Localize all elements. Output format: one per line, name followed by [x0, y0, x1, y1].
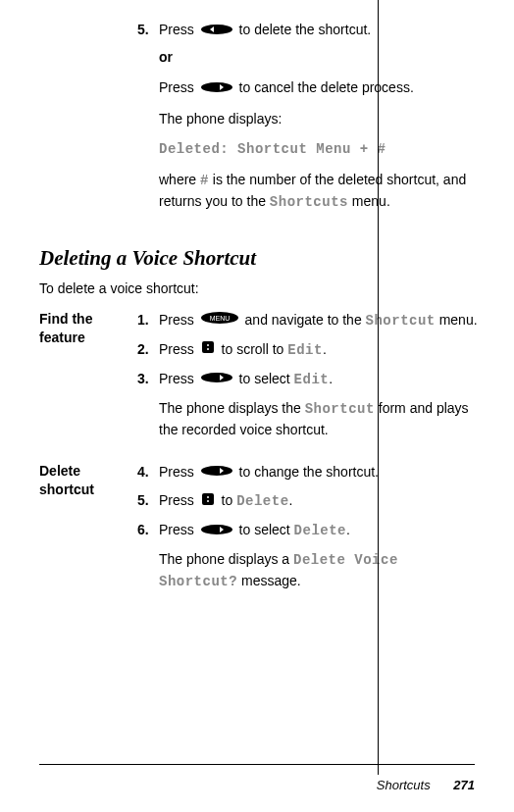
svg-text:MENU: MENU: [209, 315, 230, 322]
step-number: 5.: [137, 20, 159, 40]
section-heading: Deleting a Voice Shortcut: [39, 246, 485, 271]
left-softkey-icon: [200, 21, 233, 41]
cancel-text: Press to cancel the delete process.: [159, 77, 485, 99]
step-number: 1.: [137, 310, 159, 330]
footer-page-number: 271: [453, 778, 475, 792]
where-text: where # is the number of the deleted sho…: [159, 170, 485, 213]
step-5-block: 5. Press to delete the shortcut. or Pres…: [39, 20, 485, 223]
step-number: 6.: [137, 520, 159, 540]
svg-point-6: [207, 348, 209, 350]
step-number: 4.: [137, 462, 159, 482]
s3-subtext: The phone displays the Shortcut form and…: [159, 398, 485, 440]
svg-point-1: [201, 82, 232, 92]
step-number: 3.: [137, 369, 159, 389]
deleted-message: Deleted: Shortcut Menu + #: [159, 139, 485, 160]
svg-point-0: [201, 25, 232, 34]
svg-point-10: [207, 496, 209, 498]
svg-rect-4: [202, 341, 214, 353]
right-softkey-icon: [200, 521, 233, 541]
delete-shortcut-block: Delete shortcut 4. Press to change the s…: [39, 462, 485, 603]
displays-label: The phone displays:: [159, 109, 485, 129]
find-label: Find the feature: [39, 310, 137, 450]
step-text: Press to delete the shortcut.: [159, 20, 485, 41]
vertical-divider: [378, 0, 379, 775]
menu-key-icon: MENU: [200, 310, 239, 330]
scroll-key-icon: [200, 339, 216, 360]
step-number: 2.: [137, 339, 159, 360]
right-softkey-icon: [200, 462, 233, 482]
svg-point-12: [201, 525, 232, 534]
svg-point-7: [201, 373, 232, 382]
page-content: 5. Press to delete the shortcut. or Pres…: [0, 0, 514, 602]
delete-label: Delete shortcut: [39, 462, 137, 603]
svg-point-11: [207, 500, 209, 502]
s6-subtext: The phone displays a Delete Voice Shortc…: [159, 549, 485, 592]
right-softkey-icon: [200, 78, 233, 99]
svg-point-5: [207, 344, 209, 346]
page-footer: Shortcuts 271: [377, 778, 475, 792]
scroll-key-icon: [200, 491, 216, 512]
or-text: or: [159, 47, 485, 68]
footer-section: Shortcuts: [377, 778, 431, 792]
intro-text: To delete a voice shortcut:: [39, 280, 485, 296]
step-number: 5.: [137, 490, 159, 511]
svg-rect-9: [202, 493, 214, 505]
footer-rule: [39, 764, 475, 765]
find-feature-block: Find the feature 1. Press MENU and navig…: [39, 310, 485, 450]
svg-point-8: [201, 466, 232, 476]
right-softkey-icon: [200, 369, 233, 389]
